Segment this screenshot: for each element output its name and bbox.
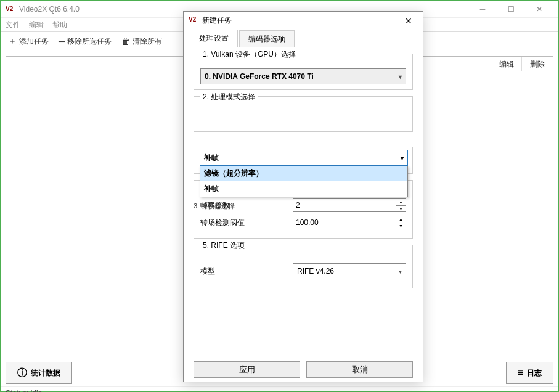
minus-icon: ─ [59,36,65,46]
menu-edit[interactable]: 编辑 [29,20,44,30]
dialog-title: 新建任务 [202,15,399,26]
mode-option-filter[interactable]: 滤镜（超分辨率） [200,166,407,181]
model-label: 模型 [200,266,293,277]
apply-button[interactable]: 应用 [194,361,300,378]
maximize-button[interactable]: ☐ [497,1,525,18]
clear-all-label: 清除所有 [133,36,162,47]
remove-selected-label: 移除所选任务 [67,36,112,47]
new-task-dialog: V2 新建任务 ✕ 处理设置 编码器选项 1. Vulkan 设备（GPU）选择… [183,11,423,382]
menu-help[interactable]: 帮助 [52,20,67,30]
gpu-select[interactable]: 0. NVIDIA GeForce RTX 4070 Ti ▾ [200,68,406,84]
model-select[interactable]: RIFE v4.26 ▾ [293,263,406,279]
dialog-app-icon: V2 [189,16,198,26]
section-gpu-label: 1. Vulkan 设备（GPU）选择 [200,49,298,60]
gpu-select-value: 0. NVIDIA GeForce RTX 4070 Ti [205,72,314,81]
log-label: 日志 [527,368,542,378]
section-mode: 2. 处理模式选择 [194,96,413,132]
mode-select-list: 滤镜（超分辨率） 补帧 [200,166,408,197]
log-button[interactable]: ≡ 日志 [506,362,553,384]
dialog-tabs: 处理设置 编码器选项 [184,30,423,47]
col-delete[interactable]: 删除 [522,57,553,71]
dialog-body: 1. Vulkan 设备（GPU）选择 0. NVIDIA GeForce RT… [184,47,423,357]
spin-down-icon[interactable]: ▼ [396,223,406,229]
tab-encoder[interactable]: 编码器选项 [239,30,295,47]
dialog-close-button[interactable]: ✕ [399,16,418,26]
trash-icon: 🗑 [121,36,130,46]
section-gpu: 1. Vulkan 设备（GPU）选择 0. NVIDIA GeForce RT… [194,54,413,90]
dialog-buttons: 应用 取消 [184,357,423,382]
tab-processing[interactable]: 处理设置 [190,30,238,47]
frame-mult-label: 帧率倍数 [200,200,293,211]
mode-select-value: 补帧 [204,153,219,163]
scene-threshold-input[interactable]: 100.00 ▲▼ [293,216,406,229]
scene-threshold-label: 转场检测阈值 [200,218,293,228]
chevron-down-icon: ▾ [401,155,404,161]
section-mode-label: 2. 处理模式选择 [200,92,258,102]
menu-file[interactable]: 文件 [6,20,20,30]
chevron-down-icon: ▾ [399,73,402,80]
scene-threshold-value: 100.00 [296,218,319,227]
mode-select[interactable]: 补帧 ▾ [200,150,408,166]
info-icon: ⓘ [17,367,27,380]
cancel-button[interactable]: 取消 [306,361,413,378]
clear-all-button[interactable]: 🗑 清除所有 [118,35,166,48]
section-rife-label: 5. RIFE 选项 [200,240,247,251]
app-icon: V2 [6,4,15,14]
dialog-titlebar[interactable]: V2 新建任务 ✕ [184,12,423,30]
close-button[interactable]: ✕ [525,1,553,18]
section-rife: 5. RIFE 选项 模型 RIFE v4.26 ▾ [194,245,413,288]
add-task-button[interactable]: ＋ 添加任务 [4,35,52,48]
statusbar: Status: idle [1,386,558,392]
status-text: Status: idle [6,389,42,393]
minimize-button[interactable]: ─ [468,1,497,18]
add-task-label: 添加任务 [19,36,49,47]
chevron-down-icon: ▾ [399,268,402,275]
spin-up-icon[interactable]: ▲ [396,216,406,223]
plus-icon: ＋ [8,36,17,47]
col-edit[interactable]: 编辑 [491,57,522,71]
spin-down-icon[interactable]: ▼ [396,206,406,212]
mode-select-open: 补帧 ▾ 滤镜（超分辨率） 补帧 [200,150,408,197]
stats-label: 统计数据 [31,368,60,378]
stats-button[interactable]: ⓘ 统计数据 [6,362,72,384]
spin-up-icon[interactable]: ▲ [396,199,406,206]
model-select-value: RIFE v4.26 [297,267,334,276]
remove-selected-button[interactable]: ─ 移除所选任务 [55,35,115,48]
mode-option-interp[interactable]: 补帧 [200,181,407,197]
frame-mult-input[interactable]: 2 ▲▼ [293,198,406,212]
log-icon: ≡ [518,367,523,378]
frame-mult-value: 2 [296,201,300,210]
